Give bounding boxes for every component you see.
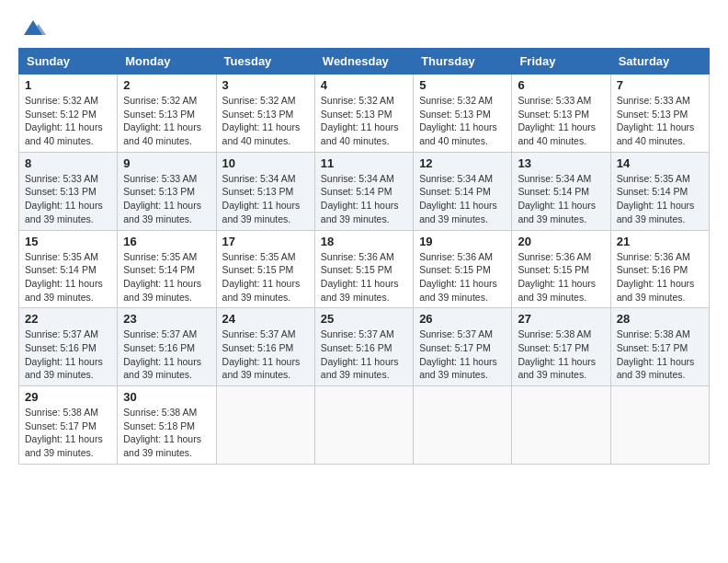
calendar-week-row: 15Sunrise: 5:35 AMSunset: 5:14 PMDayligh… [19, 230, 710, 308]
day-number: 23 [123, 312, 210, 326]
day-number: 16 [123, 235, 210, 248]
day-info: Sunrise: 5:33 AMSunset: 5:13 PMDaylight:… [617, 94, 703, 148]
day-info: Sunrise: 5:32 AMSunset: 5:13 PMDaylight:… [222, 94, 309, 148]
calendar-day-cell: 17Sunrise: 5:35 AMSunset: 5:15 PMDayligh… [216, 230, 314, 308]
day-number: 29 [25, 390, 111, 404]
calendar-day-cell: 6Sunrise: 5:33 AMSunset: 5:13 PMDaylight… [512, 75, 610, 153]
calendar-day-cell: 26Sunrise: 5:37 AMSunset: 5:17 PMDayligh… [414, 308, 512, 386]
day-number: 3 [222, 78, 309, 92]
calendar-day-cell [216, 386, 314, 465]
calendar-day-cell: 11Sunrise: 5:34 AMSunset: 5:14 PMDayligh… [314, 152, 413, 230]
calendar-day-cell: 14Sunrise: 5:35 AMSunset: 5:14 PMDayligh… [610, 152, 709, 230]
day-info: Sunrise: 5:37 AMSunset: 5:16 PMDaylight:… [25, 327, 111, 382]
day-info: Sunrise: 5:35 AMSunset: 5:14 PMDaylight:… [123, 250, 210, 304]
day-number: 8 [25, 156, 111, 170]
day-number: 20 [518, 235, 604, 248]
calendar-day-cell: 15Sunrise: 5:35 AMSunset: 5:14 PMDayligh… [19, 230, 118, 308]
calendar-day-cell: 23Sunrise: 5:37 AMSunset: 5:16 PMDayligh… [118, 308, 216, 386]
day-number: 30 [123, 390, 210, 404]
day-info: Sunrise: 5:38 AMSunset: 5:17 PMDaylight:… [617, 327, 703, 382]
calendar-day-cell: 21Sunrise: 5:36 AMSunset: 5:16 PMDayligh… [610, 230, 709, 308]
calendar-day-cell: 28Sunrise: 5:38 AMSunset: 5:17 PMDayligh… [610, 308, 709, 386]
day-number: 22 [25, 312, 111, 326]
calendar-table: SundayMondayTuesdayWednesdayThursdayFrid… [18, 48, 710, 465]
calendar-day-cell: 8Sunrise: 5:33 AMSunset: 5:13 PMDaylight… [19, 152, 118, 230]
calendar-day-cell: 30Sunrise: 5:38 AMSunset: 5:18 PMDayligh… [118, 386, 216, 465]
day-info: Sunrise: 5:35 AMSunset: 5:14 PMDaylight:… [617, 172, 703, 226]
day-number: 19 [419, 235, 506, 248]
calendar-week-row: 22Sunrise: 5:37 AMSunset: 5:16 PMDayligh… [19, 308, 710, 386]
calendar-day-header: Friday [512, 49, 610, 75]
day-info: Sunrise: 5:38 AMSunset: 5:18 PMDaylight:… [123, 406, 210, 460]
calendar-day-cell [414, 386, 512, 465]
day-number: 13 [518, 156, 604, 170]
day-number: 26 [419, 312, 506, 326]
day-info: Sunrise: 5:37 AMSunset: 5:16 PMDaylight:… [123, 327, 210, 382]
day-number: 25 [321, 312, 407, 326]
day-number: 18 [321, 235, 407, 248]
calendar-day-cell: 29Sunrise: 5:38 AMSunset: 5:17 PMDayligh… [19, 386, 118, 465]
calendar-day-cell: 10Sunrise: 5:34 AMSunset: 5:13 PMDayligh… [216, 152, 314, 230]
day-info: Sunrise: 5:36 AMSunset: 5:15 PMDaylight:… [321, 250, 407, 304]
calendar-day-cell [610, 386, 709, 465]
day-number: 27 [518, 312, 604, 326]
day-info: Sunrise: 5:34 AMSunset: 5:13 PMDaylight:… [222, 172, 309, 226]
day-number: 12 [419, 156, 506, 170]
day-info: Sunrise: 5:37 AMSunset: 5:16 PMDaylight:… [222, 327, 309, 382]
day-info: Sunrise: 5:32 AMSunset: 5:13 PMDaylight:… [419, 94, 506, 148]
day-number: 1 [25, 78, 111, 92]
calendar-day-cell: 24Sunrise: 5:37 AMSunset: 5:16 PMDayligh… [216, 308, 314, 386]
day-number: 15 [25, 235, 111, 248]
day-info: Sunrise: 5:36 AMSunset: 5:15 PMDaylight:… [518, 250, 604, 304]
day-info: Sunrise: 5:35 AMSunset: 5:15 PMDaylight:… [222, 250, 309, 304]
calendar-week-row: 8Sunrise: 5:33 AMSunset: 5:13 PMDaylight… [19, 152, 710, 230]
calendar-day-cell: 1Sunrise: 5:32 AMSunset: 5:12 PMDaylight… [19, 75, 118, 153]
calendar-day-cell: 19Sunrise: 5:36 AMSunset: 5:15 PMDayligh… [414, 230, 512, 308]
day-info: Sunrise: 5:32 AMSunset: 5:13 PMDaylight:… [321, 94, 407, 148]
day-number: 24 [222, 312, 309, 326]
calendar-day-header: Saturday [610, 49, 709, 75]
calendar-day-cell [512, 386, 610, 465]
calendar-day-header: Wednesday [314, 49, 413, 75]
day-number: 7 [617, 78, 703, 92]
calendar-day-cell: 25Sunrise: 5:37 AMSunset: 5:16 PMDayligh… [314, 308, 413, 386]
calendar-day-cell: 18Sunrise: 5:36 AMSunset: 5:15 PMDayligh… [314, 230, 413, 308]
day-info: Sunrise: 5:36 AMSunset: 5:16 PMDaylight:… [617, 250, 703, 304]
calendar-day-cell: 22Sunrise: 5:37 AMSunset: 5:16 PMDayligh… [19, 308, 118, 386]
calendar-day-header: Tuesday [216, 49, 314, 75]
calendar-week-row: 1Sunrise: 5:32 AMSunset: 5:12 PMDaylight… [19, 75, 710, 153]
day-info: Sunrise: 5:33 AMSunset: 5:13 PMDaylight:… [518, 94, 604, 148]
day-info: Sunrise: 5:32 AMSunset: 5:12 PMDaylight:… [25, 94, 111, 148]
day-number: 5 [419, 78, 506, 92]
page-header [18, 18, 710, 39]
day-info: Sunrise: 5:38 AMSunset: 5:17 PMDaylight:… [518, 327, 604, 382]
calendar-day-cell: 7Sunrise: 5:33 AMSunset: 5:13 PMDaylight… [610, 75, 709, 153]
calendar-day-cell: 12Sunrise: 5:34 AMSunset: 5:14 PMDayligh… [414, 152, 512, 230]
day-number: 14 [617, 156, 703, 170]
calendar-day-cell: 5Sunrise: 5:32 AMSunset: 5:13 PMDaylight… [414, 75, 512, 153]
day-number: 4 [321, 78, 407, 92]
day-number: 9 [123, 156, 210, 170]
day-info: Sunrise: 5:35 AMSunset: 5:14 PMDaylight:… [25, 250, 111, 304]
day-number: 28 [617, 312, 703, 326]
day-info: Sunrise: 5:37 AMSunset: 5:17 PMDaylight:… [419, 327, 506, 382]
calendar-day-cell: 3Sunrise: 5:32 AMSunset: 5:13 PMDaylight… [216, 75, 314, 153]
day-info: Sunrise: 5:33 AMSunset: 5:13 PMDaylight:… [123, 172, 210, 226]
calendar-day-cell: 2Sunrise: 5:32 AMSunset: 5:13 PMDaylight… [118, 75, 216, 153]
day-number: 17 [222, 235, 309, 248]
calendar-week-row: 29Sunrise: 5:38 AMSunset: 5:17 PMDayligh… [19, 386, 710, 465]
logo-icon [20, 18, 46, 39]
calendar-day-cell: 13Sunrise: 5:34 AMSunset: 5:14 PMDayligh… [512, 152, 610, 230]
calendar-day-cell: 9Sunrise: 5:33 AMSunset: 5:13 PMDaylight… [118, 152, 216, 230]
day-info: Sunrise: 5:38 AMSunset: 5:17 PMDaylight:… [25, 406, 111, 460]
day-info: Sunrise: 5:36 AMSunset: 5:15 PMDaylight:… [419, 250, 506, 304]
calendar-day-cell [314, 386, 413, 465]
calendar-day-header: Sunday [19, 49, 118, 75]
day-number: 11 [321, 156, 407, 170]
day-info: Sunrise: 5:34 AMSunset: 5:14 PMDaylight:… [321, 172, 407, 226]
calendar-day-header: Thursday [414, 49, 512, 75]
day-info: Sunrise: 5:33 AMSunset: 5:13 PMDaylight:… [25, 172, 111, 226]
day-info: Sunrise: 5:34 AMSunset: 5:14 PMDaylight:… [518, 172, 604, 226]
calendar-header-row: SundayMondayTuesdayWednesdayThursdayFrid… [19, 49, 710, 75]
day-number: 21 [617, 235, 703, 248]
